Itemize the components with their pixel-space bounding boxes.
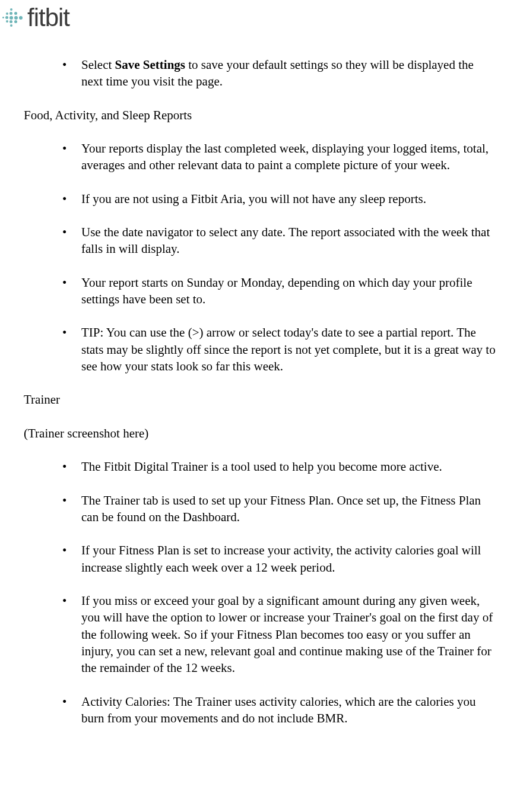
list-item: The Fitbit Digital Trainer is a tool use… — [62, 458, 496, 475]
list-item: Select Save Settings to save your defaul… — [62, 56, 496, 90]
intro-bullet-list: Select Save Settings to save your defaul… — [24, 56, 496, 90]
fitbit-logo-icon — [1, 7, 24, 29]
reports-bullet-list: Your reports display the last completed … — [24, 140, 496, 375]
bold-text: Save Settings — [115, 58, 185, 72]
list-item: If your Fitness Plan is set to increase … — [62, 542, 496, 576]
list-item: If you are not using a Fitbit Aria, you … — [62, 191, 496, 207]
list-item: TIP: You can use the (>) arrow or select… — [62, 324, 496, 375]
list-item: Your report starts on Sunday or Monday, … — [62, 274, 496, 308]
list-item: The Trainer tab is used to set up your F… — [62, 492, 496, 526]
list-item: Use the date navigator to select any dat… — [62, 224, 496, 258]
section-heading-trainer: Trainer — [24, 391, 496, 408]
trainer-screenshot-placeholder: (Trainer screenshot here) — [24, 425, 496, 442]
text-prefix: Select — [81, 58, 115, 72]
section-heading-reports: Food, Activity, and Sleep Reports — [24, 107, 496, 123]
fitbit-logo-text: fitbit — [27, 1, 69, 35]
fitbit-logo: fitbit — [1, 1, 69, 35]
list-item: Activity Calories: The Trainer uses acti… — [62, 693, 496, 727]
trainer-bullet-list: The Fitbit Digital Trainer is a tool use… — [24, 458, 496, 727]
list-item: Your reports display the last completed … — [62, 140, 496, 174]
list-item: If you miss or exceed your goal by a sig… — [62, 592, 496, 677]
document-content: Select Save Settings to save your defaul… — [0, 0, 520, 727]
